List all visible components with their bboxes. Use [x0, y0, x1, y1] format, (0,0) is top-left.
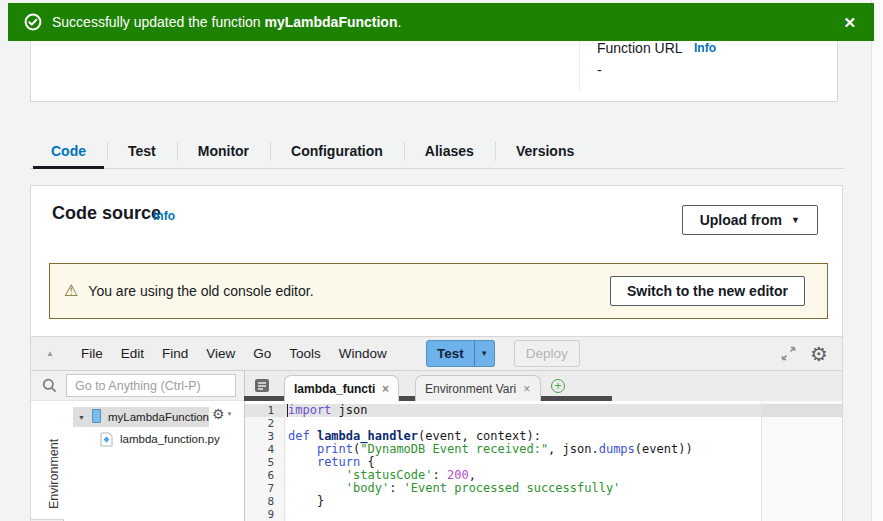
- editor-menu-bar: FileEditFindViewGoToolsWindow: [72, 346, 396, 361]
- flashbar-message: Successfully updated the function myLamb…: [52, 14, 401, 30]
- console-tab-bar: CodeTestMonitorConfigurationAliasesVersi…: [30, 135, 845, 169]
- fullscreen-icon[interactable]: [780, 345, 797, 362]
- tab-test[interactable]: Test: [107, 135, 177, 168]
- warning-triangle-icon: ⚠: [64, 283, 78, 299]
- gear-icon: ⚙: [212, 407, 225, 421]
- switch-new-editor-button[interactable]: Switch to the new editor: [610, 276, 805, 306]
- print-margin-line: [761, 401, 762, 521]
- code-line-1[interactable]: 1import json: [245, 404, 842, 417]
- line-number: 6: [245, 469, 284, 482]
- tree-folder-label: myLambdaFunction: [108, 411, 209, 423]
- upload-from-label: Upload from: [700, 212, 782, 228]
- test-button[interactable]: Test: [426, 340, 475, 367]
- python-file-icon: [100, 432, 113, 447]
- function-url-label: Function URL: [597, 40, 683, 56]
- tab-aliases[interactable]: Aliases: [404, 135, 495, 168]
- environment-dock-label: Environment: [47, 439, 61, 509]
- line-number: 2: [245, 417, 284, 430]
- code-line-9[interactable]: 9: [245, 508, 842, 521]
- code-line-8[interactable]: 8 }: [245, 495, 842, 508]
- file-tree-panel: ▼ myLambdaFunction ⚙ ▼ lambda_function.p…: [64, 401, 244, 521]
- line-number: 5: [245, 456, 284, 469]
- new-tab-button[interactable]: +: [551, 379, 565, 393]
- line-number: 4: [245, 443, 284, 456]
- line-number: 1: [245, 404, 284, 417]
- tree-file-row[interactable]: lambda_function.py: [100, 429, 220, 449]
- old-editor-warning-banner: ⚠ You are using the old console editor. …: [49, 263, 828, 319]
- chevron-down-icon: ▼: [227, 411, 233, 417]
- code-editor-area[interactable]: 1import json23def lambda_handler(event, …: [244, 401, 842, 521]
- editor-toolbar: ▲ FileEditFindViewGoToolsWindow Test ▼ D…: [31, 337, 842, 371]
- line-content: [284, 508, 842, 521]
- close-tab-icon[interactable]: ×: [382, 383, 389, 395]
- tab-versions[interactable]: Versions: [495, 135, 595, 168]
- toolbar-right-icons: ⚙: [780, 344, 828, 364]
- tab-code[interactable]: Code: [30, 135, 107, 168]
- line-content: import json: [284, 404, 842, 417]
- code-source-info-link[interactable]: Info: [153, 209, 175, 223]
- menu-file[interactable]: File: [72, 346, 112, 361]
- editor-tab-lambda-function[interactable]: lambda_function×: [284, 375, 399, 401]
- tab-configuration[interactable]: Configuration: [270, 135, 404, 168]
- test-dropdown-icon[interactable]: ▼: [474, 340, 495, 367]
- upload-from-button[interactable]: Upload from ▼: [682, 205, 818, 235]
- line-content: 'body': 'Event processed successfully': [284, 482, 842, 495]
- line-number: 3: [245, 430, 284, 443]
- lambda-console-screen: Successfully updated the function myLamb…: [0, 0, 883, 521]
- goto-anything-row: [31, 371, 244, 401]
- folder-icon: [92, 412, 101, 423]
- test-split-button: Test ▼: [426, 340, 495, 367]
- function-url-info-link[interactable]: Info: [694, 41, 716, 55]
- code-source-panel: Code source Info Upload from ▼ ⚠ You are…: [30, 185, 843, 521]
- page-scrollbar[interactable]: [871, 0, 883, 521]
- menu-view[interactable]: View: [197, 346, 244, 361]
- menu-find[interactable]: Find: [153, 346, 197, 361]
- function-overview-card: Function URL Info -: [30, 40, 838, 102]
- code-lines: 1import json23def lambda_handler(event, …: [245, 404, 842, 521]
- menu-window[interactable]: Window: [330, 346, 396, 361]
- tab-monitor[interactable]: Monitor: [177, 135, 270, 168]
- search-icon: [42, 378, 57, 393]
- tree-folder-row[interactable]: ▼ myLambdaFunction: [73, 407, 209, 427]
- editor-tab-label: lambda_function: [294, 382, 375, 396]
- close-tab-icon[interactable]: ×: [523, 383, 530, 395]
- gutter-divider: [284, 401, 285, 521]
- function-url-value: -: [597, 62, 602, 78]
- chevron-down-icon: ▼: [791, 216, 800, 225]
- editor-tab-environment-vari[interactable]: Environment Vari×: [415, 375, 541, 401]
- overview-column-divider: [579, 40, 580, 90]
- deploy-button[interactable]: Deploy: [514, 340, 580, 367]
- tab-list-icon[interactable]: [254, 378, 270, 393]
- collapse-panel-icon[interactable]: ▲: [46, 349, 54, 358]
- menu-edit[interactable]: Edit: [112, 346, 153, 361]
- line-number: 9: [245, 508, 284, 521]
- cloud9-editor: ▲ FileEditFindViewGoToolsWindow Test ▼ D…: [31, 336, 842, 521]
- left-dock-strip: Environment: [31, 401, 64, 521]
- old-editor-warning-text: You are using the old console editor.: [88, 283, 313, 299]
- editor-tab-label: Environment Vari: [425, 382, 516, 396]
- line-number: 8: [245, 495, 284, 508]
- success-flashbar: Successfully updated the function myLamb…: [8, 3, 874, 41]
- success-check-icon: [24, 13, 42, 31]
- menu-tools[interactable]: Tools: [280, 346, 330, 361]
- menu-go[interactable]: Go: [244, 346, 280, 361]
- code-source-title: Code source: [52, 203, 161, 224]
- tree-settings-button[interactable]: ⚙ ▼: [212, 407, 233, 421]
- tree-file-label: lambda_function.py: [120, 433, 220, 445]
- line-number: 7: [245, 482, 284, 495]
- environment-dock-tab[interactable]: Environment: [31, 401, 64, 520]
- flashbar-function-name: myLambdaFunction: [264, 14, 397, 30]
- line-content: }: [284, 495, 842, 508]
- goto-anything-input[interactable]: [66, 374, 236, 397]
- code-line-7[interactable]: 7 'body': 'Event processed successfully': [245, 482, 842, 495]
- gear-icon[interactable]: ⚙: [810, 344, 828, 364]
- flashbar-close-icon[interactable]: ✕: [843, 15, 856, 30]
- tree-expand-icon[interactable]: ▼: [78, 414, 85, 421]
